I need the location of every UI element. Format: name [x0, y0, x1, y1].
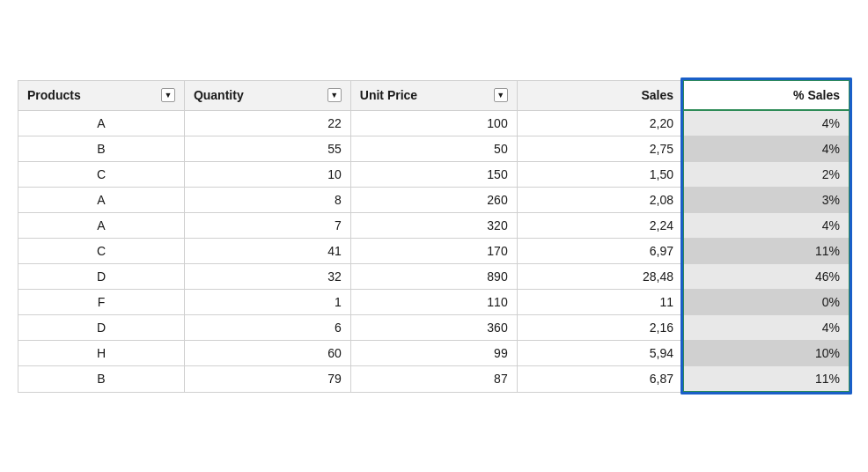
unit-price-cell: 150 [350, 162, 517, 188]
table-row: A221002,204% [18, 110, 850, 136]
product-cell: D [18, 315, 185, 341]
unit-price-cell: 87 [350, 366, 517, 393]
pct-sales-cell: 0% [683, 290, 850, 315]
pct-sales-cell: 3% [683, 188, 850, 213]
sales-cell: 2,16 [517, 315, 683, 341]
unit-price-filter-icon[interactable]: ▼ [494, 88, 508, 102]
pct-sales-cell: 2% [683, 162, 850, 188]
quantity-cell: 6 [184, 315, 350, 341]
sales-cell: 2,20 [517, 110, 683, 136]
quantity-cell: 41 [184, 239, 350, 264]
pct-sales-cell: 11% [683, 239, 850, 264]
products-header-label: Products [27, 88, 81, 102]
column-header-pct-sales: % Sales [683, 80, 850, 110]
sales-cell: 5,94 [517, 341, 683, 366]
pct-sales-cell: 4% [683, 213, 850, 239]
table-row: B55502,754% [18, 136, 850, 162]
product-cell: C [18, 239, 185, 264]
pct-sales-header-label: % Sales [793, 88, 840, 102]
product-cell: B [18, 366, 185, 393]
product-cell: D [18, 264, 185, 290]
unit-price-cell: 360 [350, 315, 517, 341]
quantity-cell: 79 [184, 366, 350, 393]
sales-cell: 2,24 [517, 213, 683, 239]
unit-price-cell: 99 [350, 341, 517, 366]
unit-price-cell: 100 [350, 110, 517, 136]
pct-sales-cell: 11% [683, 366, 850, 393]
product-cell: F [18, 290, 185, 315]
sales-cell: 2,08 [517, 188, 683, 213]
data-table: Products ▼ Quantity ▼ Unit Price ▼ [18, 79, 850, 393]
column-header-quantity: Quantity ▼ [184, 80, 350, 110]
quantity-header-label: Quantity [194, 88, 244, 102]
quantity-cell: 60 [184, 341, 350, 366]
pct-sales-cell: 4% [683, 136, 850, 162]
pct-sales-cell: 4% [683, 315, 850, 341]
product-cell: A [18, 188, 185, 213]
quantity-filter-icon[interactable]: ▼ [327, 88, 342, 102]
quantity-cell: 55 [184, 136, 350, 162]
pct-sales-cell: 46% [683, 264, 850, 290]
table-row: C101501,502% [18, 162, 850, 188]
column-header-sales: Sales [517, 80, 683, 110]
product-cell: A [18, 213, 185, 239]
quantity-cell: 32 [184, 264, 350, 290]
product-cell: B [18, 136, 185, 162]
pct-sales-cell: 10% [683, 341, 850, 366]
table-row: A73202,244% [18, 213, 850, 239]
column-header-products: Products ▼ [18, 80, 185, 110]
sales-header-label: Sales [641, 88, 673, 102]
table-row: D3289028,4846% [18, 264, 850, 290]
sales-cell: 2,75 [517, 136, 683, 162]
sales-cell: 28,48 [517, 264, 683, 290]
quantity-cell: 7 [184, 213, 350, 239]
unit-price-cell: 320 [350, 213, 517, 239]
table-row: F1110110% [18, 290, 850, 315]
table-row: A82602,083% [18, 188, 850, 213]
pct-sales-cell: 4% [683, 110, 850, 136]
unit-price-cell: 890 [350, 264, 517, 290]
unit-price-cell: 110 [350, 290, 517, 315]
sales-cell: 6,87 [517, 366, 683, 393]
unit-price-header-label: Unit Price [360, 88, 417, 102]
quantity-cell: 8 [184, 188, 350, 213]
column-header-unit-price: Unit Price ▼ [350, 80, 517, 110]
unit-price-cell: 50 [350, 136, 517, 162]
sales-cell: 11 [517, 290, 683, 315]
product-cell: C [18, 162, 185, 188]
product-cell: H [18, 341, 185, 366]
products-filter-icon[interactable]: ▼ [161, 88, 175, 102]
unit-price-cell: 260 [350, 188, 517, 213]
table-row: D63602,164% [18, 315, 850, 341]
sales-cell: 6,97 [517, 239, 683, 264]
table-row: C411706,9711% [18, 239, 850, 264]
table-row: H60995,9410% [18, 341, 850, 366]
unit-price-cell: 170 [350, 239, 517, 264]
table-row: B79876,8711% [18, 366, 850, 393]
quantity-cell: 1 [184, 290, 350, 315]
quantity-cell: 22 [184, 110, 350, 136]
spreadsheet-container: Products ▼ Quantity ▼ Unit Price ▼ [18, 79, 850, 393]
sales-cell: 1,50 [517, 162, 683, 188]
quantity-cell: 10 [184, 162, 350, 188]
product-cell: A [18, 110, 185, 136]
